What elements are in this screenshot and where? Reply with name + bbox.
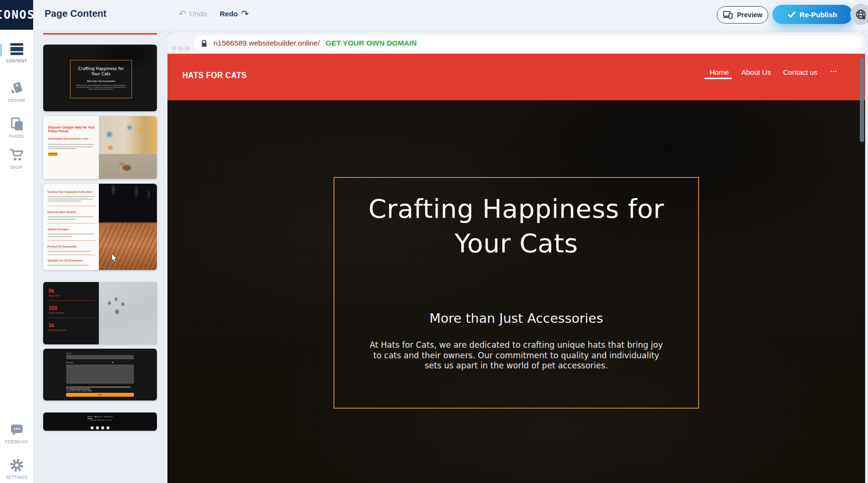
thumbnail-contact-section[interactable]: Name* Message Please fill in all the req…	[43, 349, 157, 401]
emoji-icon	[112, 362, 113, 363]
nav-more-ellipsis[interactable]: ...	[830, 65, 838, 73]
text-placeholder	[48, 265, 95, 267]
sidebar-item-label: SETTINGS	[6, 475, 28, 480]
sidebar-item-label: PAGES	[9, 134, 24, 139]
content-icon	[9, 41, 24, 57]
thumb-form-notice: Please fill in all the required fields	[66, 390, 92, 392]
preview-label: Preview	[737, 11, 762, 19]
window-dot	[178, 46, 183, 51]
hero-subtitle: More than Just Accessories	[334, 311, 698, 326]
window-dot	[185, 46, 190, 51]
thumb-send-button: Send	[66, 393, 134, 397]
thumb-feature-heading: Explore Our Exquisite Collection	[48, 190, 96, 194]
globe-language-button[interactable]	[850, 4, 868, 25]
undo-label: Undo	[190, 10, 207, 18]
app-root: IONOS CONTENT DESIGN	[0, 0, 868, 483]
sidebar-item-feedback[interactable]: FEEDBACK	[0, 422, 33, 444]
devices-icon	[723, 11, 733, 19]
sidebar-item-design[interactable]: DESIGN	[0, 81, 33, 103]
preview-button[interactable]: Preview	[717, 6, 768, 24]
thumbnail-footer-section[interactable]: Home About Us Contact us ©Copyright. All…	[43, 412, 157, 431]
browser-chrome: n1566589.websitebuilder.online/ GET YOUR…	[167, 33, 865, 54]
sidebar-item-shop[interactable]: SHOP	[0, 147, 33, 170]
design-icon	[9, 81, 24, 96]
site-header: HATS FOR CATS Home About Us Contact us .…	[167, 54, 865, 100]
site-hero-section: Crafting Happiness forYour Cats More tha…	[167, 100, 865, 483]
thumb-stat-value: 5k	[48, 288, 54, 294]
thumb-form-name-input	[66, 355, 134, 359]
shop-cart-icon	[9, 147, 25, 163]
redo-icon: ↷	[241, 9, 249, 18]
thumb-feature-heading: Stylish Designs	[48, 228, 96, 232]
redo-button[interactable]: Redo ↷	[220, 9, 249, 18]
nav-contact-us[interactable]: Contact us	[783, 68, 818, 76]
undo-icon: ↶	[178, 9, 186, 18]
sidebar-item-pages[interactable]: PAGES	[0, 117, 33, 139]
ionos-logo[interactable]: IONOS	[0, 0, 33, 30]
thumb-footer-social-icons	[43, 423, 157, 431]
sidebar-item-label: CONTENT	[6, 59, 27, 63]
undo-button[interactable]: ↶ Undo	[178, 9, 207, 18]
panel-title-underline	[43, 33, 157, 35]
thumb-footer-copyright: ©Copyright. All rights reserved.	[43, 419, 157, 421]
preview-scrollbar[interactable]	[860, 58, 864, 142]
thumbnail-hero-section[interactable]: Crafting Happiness forYour Cats More tha…	[43, 45, 157, 111]
thumbnail-stats-section[interactable]: 5k Happy Cats 150 Unique Designs 1k Repe…	[43, 282, 157, 344]
sidebar-item-label: SHOP	[11, 165, 23, 170]
nav-home-underline	[704, 78, 732, 79]
text-placeholder	[48, 251, 95, 253]
thumbnail-intro-section[interactable]: Discover Unique Hats for Your Feline Fri…	[43, 116, 157, 179]
sidebar-item-label: FEEDBACK	[5, 439, 28, 444]
address-bar[interactable]: n1566589.websitebuilder.online/ GET YOUR…	[194, 35, 862, 51]
text-placeholder	[48, 196, 95, 203]
thumb-stat-value: 1k	[48, 322, 54, 328]
hero-paragraph: At Hats for Cats, we are dedicated to cr…	[367, 340, 666, 371]
thumb-stat-label: Repeat Customers	[48, 329, 67, 331]
feedback-icon	[9, 422, 24, 437]
site-logo[interactable]: HATS FOR CATS	[182, 70, 247, 81]
republish-label: Re-Publish	[799, 11, 837, 19]
thumb-hero-heading: Crafting Happiness forYour Cats	[71, 66, 131, 77]
sidebar-item-content[interactable]: CONTENT	[0, 41, 33, 63]
thumb-footer-links: Home About Us Contact us	[43, 415, 157, 418]
mouse-cursor	[111, 253, 119, 263]
thumb-hero-paragraph: At Hats for Cats, we are dedicated to cr…	[75, 84, 127, 91]
thumbnail-features-section[interactable]: Explore Our Exquisite Collection Hand-Cr…	[43, 184, 157, 270]
get-domain-link[interactable]: GET YOUR OWN DOMAIN	[325, 39, 416, 47]
thumb-shop-now-button: Shop Now	[48, 153, 58, 156]
thumb-stat-label: Unique Designs	[48, 312, 64, 314]
thumb-feature-heading: Hand-Crafted Quality	[48, 211, 96, 214]
thumb-hero-subtitle: More than Just Accessories	[71, 80, 131, 82]
thumb-feature-heading: Perfect Fit Guarantee	[48, 245, 96, 249]
active-section-indicator	[0, 44, 2, 57]
instagram-icon	[107, 426, 109, 429]
facebook-icon	[91, 426, 94, 429]
nav-home[interactable]: Home	[710, 68, 729, 76]
thumb-form-name-label: Name*	[66, 353, 71, 354]
text-placeholder	[48, 144, 95, 151]
twitter-icon	[96, 426, 99, 429]
sidebar-item-label: DESIGN	[8, 98, 25, 103]
linkedin-icon	[101, 426, 104, 429]
thumb-feature-heading: Suitable for All Occasions	[48, 259, 96, 263]
republish-button[interactable]: Re-Publish	[773, 5, 853, 24]
thumb-intro-heading: Discover Unique Hats for Your Feline Fri…	[48, 126, 96, 134]
ionos-logo-text: IONOS	[0, 8, 33, 22]
thumb-stat-label: Happy Cats	[48, 295, 60, 297]
thumb-stats-photo	[99, 282, 157, 344]
thumb-intro-photo	[99, 116, 157, 179]
sidebar-rail: IONOS CONTENT DESIGN	[0, 0, 34, 483]
thumb-form-checkbox	[66, 387, 69, 389]
thumb-intro-subheading: Handcrafted Exclusively for Cats	[48, 137, 96, 140]
site-preview: n1566589.websitebuilder.online/ GET YOUR…	[167, 33, 865, 483]
site-url: n1566589.websitebuilder.online/	[214, 39, 320, 47]
thumb-features-photo	[99, 184, 157, 270]
hero-heading: Crafting Happiness forYour Cats	[334, 192, 698, 261]
nav-about-us[interactable]: About Us	[741, 68, 771, 76]
text-placeholder	[48, 216, 95, 221]
hero-content-box[interactable]: Crafting Happiness forYour Cats More tha…	[333, 177, 699, 409]
sidebar-item-settings[interactable]: SETTINGS	[0, 458, 33, 480]
lock-icon	[201, 39, 208, 47]
text-placeholder	[48, 234, 95, 238]
thumb-form-message-label: Message	[66, 362, 73, 364]
